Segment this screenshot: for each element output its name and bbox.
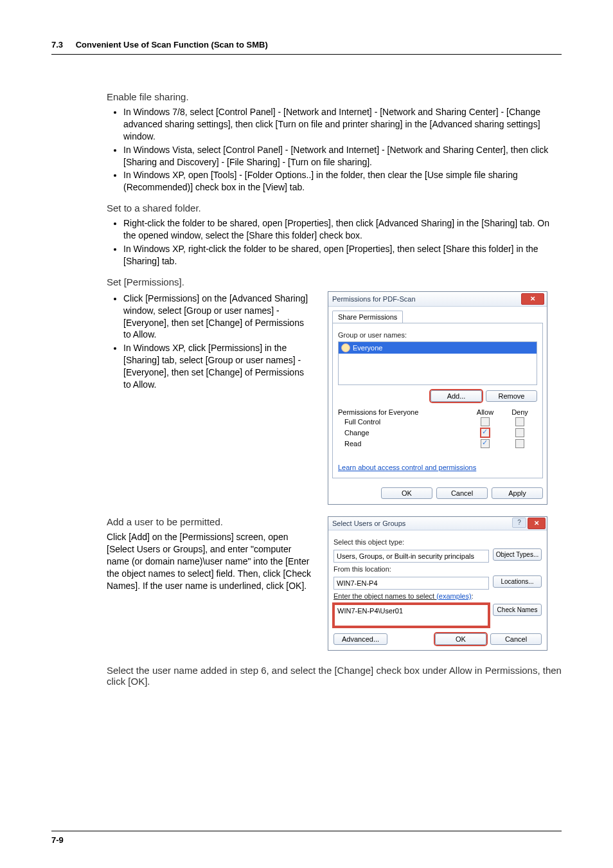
- permission-row: Read: [338, 439, 537, 448]
- allow-header: Allow: [468, 408, 502, 416]
- step-set-permissions: Set [Permissions].: [107, 276, 562, 287]
- section-number: 7.3: [51, 40, 63, 50]
- list-item: In Windows XP, open [Tools] - [Folder Op…: [123, 169, 562, 194]
- learn-link[interactable]: Learn about access control and permissio…: [338, 464, 476, 471]
- step1-bullets: In Windows 7/8, select [Control Panel] -…: [107, 106, 562, 194]
- add-button[interactable]: Add...: [431, 390, 482, 402]
- location-field: WIN7-EN-P4: [333, 577, 489, 590]
- permissions-for-label: Permissions for Everyone: [338, 408, 468, 416]
- step-add-user: Add a user to be permitted.: [107, 516, 312, 527]
- dialog-title: Permissions for PDF-Scan: [332, 295, 416, 303]
- list-item: In Windows 7/8, select [Control Panel] -…: [123, 106, 562, 143]
- cancel-button[interactable]: Cancel: [490, 633, 542, 645]
- list-item-everyone: Everyone: [339, 342, 537, 354]
- ok-button[interactable]: OK: [435, 633, 486, 645]
- step2-bullets: Right-click the folder to be shared, ope…: [107, 217, 562, 267]
- page-header: 7.3 Convenient Use of Scan Function (Sca…: [51, 39, 562, 55]
- check-names-button[interactable]: Check Names: [493, 604, 542, 616]
- permission-name: Change: [338, 429, 468, 437]
- permission-name: Read: [338, 440, 468, 448]
- cancel-button[interactable]: Cancel: [436, 487, 488, 499]
- ok-button[interactable]: OK: [381, 487, 432, 499]
- select-object-type-label: Select this object type:: [333, 538, 542, 546]
- object-types-button[interactable]: Object Types...: [493, 548, 542, 561]
- list-item: In Windows XP, click [Permissions] in th…: [123, 342, 312, 391]
- list-item: Click [Permissions] on the [Advanced Sha…: [123, 293, 312, 341]
- page-content: Enable file sharing. In Windows 7/8, sel…: [107, 84, 562, 691]
- object-names-input[interactable]: WIN7-EN-P4\User01: [333, 604, 489, 627]
- remove-button[interactable]: Remove: [486, 390, 537, 402]
- group-user-names-label: Group or user names:: [338, 331, 537, 339]
- deny-checkbox[interactable]: [515, 428, 524, 437]
- group-user-listbox[interactable]: Everyone: [338, 341, 537, 385]
- permission-row: Full Control: [338, 417, 537, 426]
- step3-bullets: Click [Permissions] on the [Advanced Sha…: [107, 293, 312, 391]
- page-footer: 7-9: [51, 831, 562, 845]
- allow-checkbox[interactable]: [480, 428, 490, 438]
- list-item: In Windows XP, right-click the folder to…: [123, 243, 562, 267]
- from-location-label: From this location:: [333, 565, 542, 573]
- step-set-shared-folder: Set to a shared folder.: [107, 203, 562, 213]
- select-users-dialog: Select Users or Groups ? ✕ Select this o…: [328, 516, 547, 651]
- advanced-button[interactable]: Advanced...: [333, 633, 387, 645]
- permission-row: Change: [338, 428, 537, 438]
- step-enable-file-sharing: Enable file sharing.: [107, 91, 562, 102]
- dialog-title: Select Users or Groups: [332, 520, 405, 527]
- deny-header: Deny: [502, 408, 537, 416]
- help-icon[interactable]: ?: [512, 518, 526, 528]
- step-select-user: Select the user name added in step 6, an…: [107, 665, 562, 687]
- apply-button[interactable]: Apply: [492, 487, 543, 499]
- list-item: In Windows Vista, select [Control Panel]…: [123, 144, 562, 168]
- dialog-titlebar[interactable]: Permissions for PDF-Scan ✕: [328, 292, 547, 307]
- deny-checkbox[interactable]: [515, 439, 524, 448]
- tab-share-permissions[interactable]: Share Permissions: [332, 311, 403, 323]
- locations-button[interactable]: Locations...: [493, 575, 542, 588]
- users-icon: [341, 343, 350, 352]
- list-item: Right-click the folder to be shared, ope…: [123, 217, 562, 242]
- step4-paragraph: Click [Add] on the [Permissions] screen,…: [107, 531, 312, 592]
- enter-object-names-label: Enter the object names to select (exampl…: [333, 592, 542, 600]
- allow-checkbox[interactable]: [481, 439, 490, 448]
- allow-checkbox[interactable]: [481, 417, 490, 426]
- deny-checkbox[interactable]: [515, 417, 524, 426]
- dialog-titlebar[interactable]: Select Users or Groups ? ✕: [328, 517, 547, 530]
- section-title: Convenient Use of Scan Function (Scan to…: [76, 40, 268, 50]
- close-icon[interactable]: ✕: [528, 518, 546, 529]
- object-type-field: Users, Groups, or Built-in security prin…: [333, 550, 489, 563]
- permissions-dialog: Permissions for PDF-Scan ✕ Share Permiss…: [328, 291, 547, 505]
- permission-name: Full Control: [338, 418, 468, 426]
- close-icon[interactable]: ✕: [521, 293, 544, 305]
